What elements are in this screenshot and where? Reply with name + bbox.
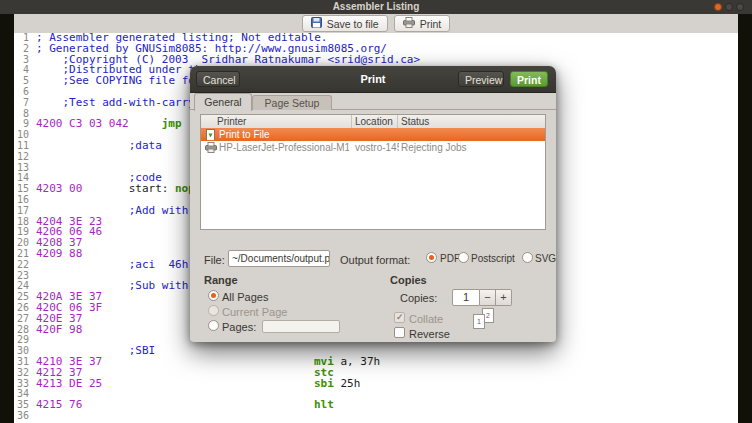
line-number: 7 bbox=[16, 98, 29, 109]
pages-input[interactable] bbox=[262, 320, 340, 333]
radio-svg[interactable] bbox=[522, 252, 533, 263]
code-segment: sbi bbox=[314, 379, 334, 390]
radio-current-page[interactable] bbox=[208, 305, 219, 316]
preview-button[interactable]: Preview bbox=[458, 71, 504, 87]
copies-plus-button[interactable]: + bbox=[496, 289, 512, 306]
code-segment: jmp bbox=[162, 119, 182, 130]
printer-location: vostro-1450 bbox=[355, 141, 399, 154]
line-number: 32 bbox=[16, 368, 29, 379]
copies-stepper-value[interactable]: 1 bbox=[452, 289, 480, 306]
code-segment: ;See COPYING file for bbox=[63, 76, 202, 87]
code-segment: start: bbox=[129, 184, 169, 195]
desktop: Assembler Listing Save to file Print 1; … bbox=[0, 0, 752, 423]
code-segment: 4215 76 bbox=[36, 400, 82, 411]
save-to-file-button[interactable]: Save to file bbox=[302, 15, 388, 32]
reverse-checkbox[interactable] bbox=[394, 327, 405, 338]
tab-general[interactable]: General bbox=[194, 93, 252, 111]
print-button[interactable]: Print bbox=[510, 71, 548, 87]
print-dialog: Print Cancel Preview Print General Page … bbox=[190, 66, 556, 342]
format-option-label: SVG bbox=[535, 253, 556, 265]
code-segment: 4209 88 bbox=[36, 249, 82, 260]
close-button[interactable] bbox=[714, 3, 722, 11]
print-dialog-header: Print Cancel Preview Print bbox=[190, 66, 556, 93]
listing-line: 36 bbox=[14, 411, 738, 422]
code-segment: ;SBI bbox=[129, 346, 156, 357]
tab-bar: General Page Setup bbox=[190, 92, 556, 110]
line-number: 22 bbox=[16, 260, 29, 271]
code-segment: ;aci 46h bbox=[129, 260, 189, 271]
printer-status: Rejecting Jobs bbox=[401, 141, 531, 154]
column-separator bbox=[351, 115, 352, 128]
format-option-label: PDF bbox=[440, 253, 460, 265]
output-format-label: Output format: bbox=[340, 254, 410, 266]
floppy-icon bbox=[311, 17, 322, 30]
save-to-file-label: Save to file bbox=[327, 18, 379, 30]
maximize-button[interactable] bbox=[736, 3, 744, 11]
column-header-status[interactable]: Status bbox=[401, 115, 429, 128]
range-option-label: All Pages bbox=[222, 291, 268, 303]
tab-page-setup[interactable]: Page Setup bbox=[252, 95, 332, 110]
desktop-strip-right bbox=[738, 14, 752, 423]
code-segment: 4203 00 bbox=[36, 184, 82, 195]
copies-field-label: Copies: bbox=[400, 292, 437, 304]
printer-name: HP-LaserJet-Professional-M1136-MFP bbox=[219, 141, 349, 154]
radio-pdf[interactable] bbox=[426, 252, 437, 263]
printer-icon bbox=[205, 142, 217, 153]
range-option-label: Pages: bbox=[222, 321, 256, 333]
line-number: 27 bbox=[16, 314, 29, 325]
print-to-file-icon bbox=[205, 129, 217, 140]
minimize-button[interactable] bbox=[725, 3, 733, 11]
listing-line: 324212 37stc bbox=[14, 368, 738, 379]
range-section-label: Range bbox=[204, 274, 238, 286]
radio-pages[interactable] bbox=[208, 320, 219, 331]
column-separator bbox=[397, 115, 398, 128]
column-header-printer[interactable]: Printer bbox=[217, 115, 246, 128]
radio-all-pages[interactable] bbox=[208, 290, 219, 301]
copies-minus-button[interactable]: − bbox=[480, 289, 496, 306]
window-controls bbox=[714, 3, 744, 11]
range-option-label: Current Page bbox=[222, 306, 287, 318]
printer-list-header: Printer Location Status bbox=[201, 115, 545, 129]
reverse-label: Reverse bbox=[409, 328, 450, 340]
printer-icon bbox=[403, 17, 415, 30]
print-toolbar-label: Print bbox=[420, 18, 442, 30]
collate-label: Collate bbox=[409, 313, 443, 325]
line-number: 2 bbox=[16, 44, 29, 55]
code-segment: 4200 C3 03 042 bbox=[36, 119, 129, 130]
column-header-location[interactable]: Location bbox=[355, 115, 393, 128]
format-option-label: Postscript bbox=[471, 253, 515, 265]
code-segment: hlt bbox=[314, 400, 334, 411]
listing-line: 34 bbox=[14, 389, 738, 400]
radio-postscript[interactable] bbox=[458, 252, 469, 263]
copies-section-label: Copies bbox=[390, 274, 427, 286]
listing-line: 354215 76hlt bbox=[14, 400, 738, 411]
toolbar: Save to file Print bbox=[14, 15, 738, 33]
printer-row[interactable]: HP-LaserJet-Professional-M1136-MFPvostro… bbox=[201, 141, 545, 154]
listing-line: 334213 DE 25sbi25h bbox=[14, 379, 738, 390]
printer-row[interactable]: Print to File bbox=[201, 128, 545, 141]
printer-list: Printer Location Status Print to FileHP-… bbox=[200, 114, 546, 230]
code-segment: 420F 98 bbox=[36, 325, 82, 336]
file-label: File: bbox=[204, 254, 225, 266]
collate-preview-page-1: 1 bbox=[473, 314, 485, 329]
code-segment: ;data bbox=[129, 141, 162, 152]
cancel-button[interactable]: Cancel bbox=[196, 71, 240, 87]
code-segment: 4213 DE 25 bbox=[36, 379, 102, 390]
listing-line: 314210 3E 37mvia, 37h bbox=[14, 357, 738, 368]
print-toolbar-button[interactable]: Print bbox=[394, 15, 451, 32]
printer-name: Print to File bbox=[219, 128, 349, 141]
code-segment: ;Test add-with-carry bbox=[63, 98, 195, 109]
window-title: Assembler Listing bbox=[333, 0, 420, 14]
line-number: 12 bbox=[16, 152, 29, 163]
window-titlebar: Assembler Listing bbox=[0, 0, 752, 15]
file-input[interactable]: ~/Documents/output.pdf bbox=[228, 250, 330, 267]
desktop-strip-left bbox=[0, 14, 14, 423]
code-segment: a, 37h bbox=[340, 357, 380, 368]
line-number: 36 bbox=[16, 411, 29, 422]
code-segment: 25h bbox=[340, 379, 360, 390]
collate-checkbox[interactable] bbox=[394, 312, 405, 323]
line-number: 17 bbox=[16, 206, 29, 217]
